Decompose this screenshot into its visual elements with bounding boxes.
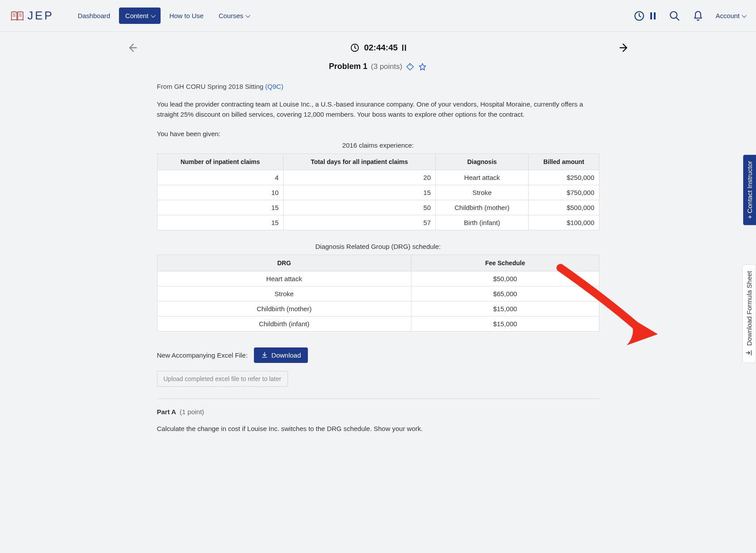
- bell-icon[interactable]: [693, 10, 703, 22]
- excel-label: New Accompanying Excel File:: [157, 351, 248, 359]
- table-row: Heart attack$50,000: [157, 271, 599, 286]
- timer-value: 02:44:45: [364, 43, 398, 53]
- nav-how-to-use[interactable]: How to Use: [163, 8, 210, 24]
- top-nav: JEP Dashboard Content How to Use Courses…: [0, 0, 756, 32]
- book-icon: [11, 11, 24, 21]
- table-row: Childbirth (mother)$15,000: [157, 301, 599, 316]
- primary-nav: Dashboard Content How to Use Courses: [72, 8, 255, 24]
- nav-courses-label: Courses: [219, 12, 243, 19]
- account-label: Account: [716, 12, 740, 19]
- part-a-text: Calculate the change in cost if Louise I…: [157, 423, 599, 434]
- clock-icon: [633, 10, 645, 22]
- nav-content-label: Content: [125, 12, 149, 19]
- drg-header: Fee Schedule: [411, 255, 599, 271]
- pause-icon: [649, 11, 656, 20]
- download-excel-button[interactable]: Download: [254, 347, 308, 363]
- excel-row: New Accompanying Excel File: Download: [157, 347, 599, 363]
- claims-header: Number of inpatient claims: [157, 153, 283, 170]
- svg-rect-8: [654, 12, 656, 19]
- claims-header: Diagnosis: [435, 153, 529, 170]
- nav-content[interactable]: Content: [119, 8, 161, 24]
- problem-nav: 02:44:45: [126, 42, 630, 54]
- account-menu[interactable]: Account: [716, 12, 745, 19]
- table-row: 1557Birth (infant)$100,000: [157, 215, 599, 230]
- top-right: Account: [633, 10, 745, 22]
- pause-icon[interactable]: [402, 45, 406, 51]
- problem-content: From GH CORU Spring 2018 Sitting (Q9C) Y…: [157, 83, 599, 434]
- upload-excel-button[interactable]: Upload completed excel file to refer to …: [157, 371, 288, 387]
- source-prefix: From GH CORU Spring 2018 Sitting: [157, 83, 265, 90]
- download-formula-sheet-tab[interactable]: Download Formula Sheet: [742, 264, 756, 363]
- nav-dashboard[interactable]: Dashboard: [72, 8, 116, 24]
- part-label: Part A: [157, 408, 177, 416]
- problem-given: You have been given:: [157, 129, 599, 139]
- part-points: (1 point): [180, 408, 204, 416]
- table-row: Childbirth (infant)$15,000: [157, 316, 599, 331]
- table-row: Stroke$65,000: [157, 286, 599, 301]
- claims-header: Billed amount: [529, 153, 599, 170]
- brand-logo[interactable]: JEP: [11, 9, 54, 23]
- part-a-header: Part A (1 point): [157, 408, 599, 416]
- download-formula-label: Download Formula Sheet: [745, 271, 753, 346]
- svg-line-10: [676, 17, 679, 20]
- nav-courses[interactable]: Courses: [212, 8, 255, 24]
- divider: [157, 398, 599, 399]
- star-icon[interactable]: [418, 62, 427, 71]
- search-icon[interactable]: [669, 10, 680, 22]
- problem-title: Problem 1: [329, 62, 368, 71]
- page-body: 02:44:45 Problem 1 (3 points) From GH CO…: [117, 32, 639, 460]
- problem-title-row: Problem 1 (3 points): [126, 62, 630, 71]
- prev-problem-button[interactable]: [126, 42, 138, 54]
- download-icon: [746, 349, 753, 356]
- drg-table: DRG Fee Schedule Heart attack$50,000 Str…: [157, 255, 599, 332]
- brand-name: JEP: [27, 9, 54, 23]
- claims-header: Total days for all inpatient claims: [283, 153, 435, 170]
- contact-instructor-tab[interactable]: + Contact Instructor: [743, 155, 756, 225]
- problem-intro: You lead the provider contracting team a…: [157, 99, 599, 120]
- tag-icon[interactable]: [406, 62, 414, 71]
- clock-icon: [350, 43, 360, 53]
- problem-points: (3 points): [371, 62, 403, 71]
- problem-source: From GH CORU Spring 2018 Sitting (Q9C): [157, 83, 599, 90]
- download-icon: [261, 351, 268, 358]
- claims-table: Number of inpatient claims Total days fo…: [157, 153, 599, 230]
- download-label: Download: [272, 351, 301, 359]
- svg-point-12: [410, 65, 411, 65]
- drg-header: DRG: [157, 255, 411, 271]
- table-row: 1015Stroke$750,000: [157, 185, 599, 200]
- source-link[interactable]: (Q9C): [265, 83, 284, 90]
- drg-caption: Diagnosis Related Group (DRG) schedule:: [157, 243, 599, 250]
- next-problem-button[interactable]: [618, 42, 630, 54]
- claims-caption: 2016 claims experience:: [157, 141, 599, 149]
- table-row: 1550Childbirth (mother)$500,000: [157, 200, 599, 215]
- chevron-down-icon: [150, 12, 155, 17]
- svg-rect-7: [650, 12, 652, 19]
- problem-timer: 02:44:45: [350, 43, 406, 53]
- chevron-down-icon: [742, 12, 747, 17]
- table-row: 420Heart attack$250,000: [157, 170, 599, 185]
- chevron-down-icon: [246, 12, 250, 17]
- global-timer-controls[interactable]: [633, 10, 656, 22]
